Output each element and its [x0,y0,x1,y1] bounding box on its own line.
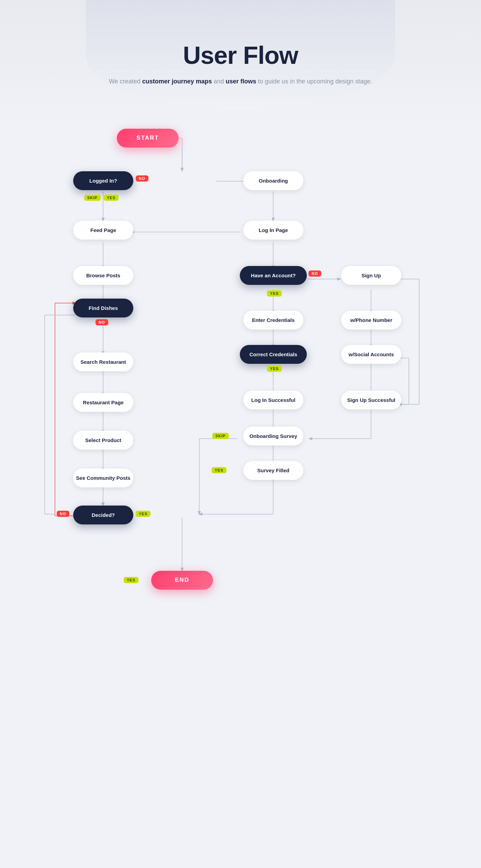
badge-skip-survey: SKIP [212,433,229,439]
see-community-node: See Community Posts [73,468,133,487]
badge-yes-decided: YES [136,511,150,517]
search-restaurant-node: Search Restaurant [73,352,133,371]
end-node: END [151,571,213,590]
find-dishes-node: Find Dishes [73,299,133,317]
survey-filled-node: Survey Filled [243,461,303,480]
sign-up-successful-node: Sign Up Successful [341,391,401,409]
badge-no-account: NO [309,270,321,277]
logged-in-node: Logged In? [73,171,133,190]
subtitle-end: to guide us in the upcoming design stage… [256,78,372,85]
badge-no-decided: NO [57,511,69,517]
badge-yes-survey: YES [212,467,226,473]
browse-posts-node: Browse Posts [73,266,133,285]
badge-no-find-dishes: NO [96,319,108,325]
subtitle-plain: We created [109,78,142,85]
log-in-successful-node: Log In Successful [243,391,303,409]
restaurant-page-node: Restaurant Page [73,393,133,412]
page-wrapper: User Flow We created customer journey ma… [0,0,481,868]
log-in-page-node: Log In Page [243,221,303,240]
badge-skip-logged-in: SKIP [84,195,101,201]
badge-no-logged-in: NO [136,175,148,182]
subtitle-bold2: user flows [226,78,256,85]
w-social-node: w/Social Accounts [341,345,401,364]
subtitle-mid: and [212,78,226,85]
enter-credentials-node: Enter Credentials [243,311,303,329]
badge-yes-account: YES [267,290,282,297]
badge-yes-correct-cred: YES [267,366,282,372]
flow-diagram: START Logged In? NO SKIP YES Onboarding … [0,107,481,828]
onboarding-survey-node: Onboarding Survey [243,427,303,445]
header-subtitle: We created customer journey maps and use… [0,76,481,87]
onboarding-node: Onboarding [243,171,303,190]
select-product-node: Select Product [73,431,133,450]
have-account-node: Have an Account? [240,266,307,285]
decided-node: Decided? [73,506,133,524]
page-title: User Flow [0,41,481,69]
w-phone-node: w/Phone Number [341,311,401,329]
correct-credentials-node: Correct Credentials [240,345,307,364]
badge-yes-end: YES [124,577,138,583]
badge-yes-logged-in: YES [104,195,119,201]
sign-up-node: Sign Up [341,266,401,285]
header-section: User Flow We created customer journey ma… [0,0,481,107]
flow-lines [0,107,481,828]
start-node: START [117,129,179,148]
subtitle-bold1: customer journey maps [142,78,212,85]
feed-page-node: Feed Page [73,221,133,240]
